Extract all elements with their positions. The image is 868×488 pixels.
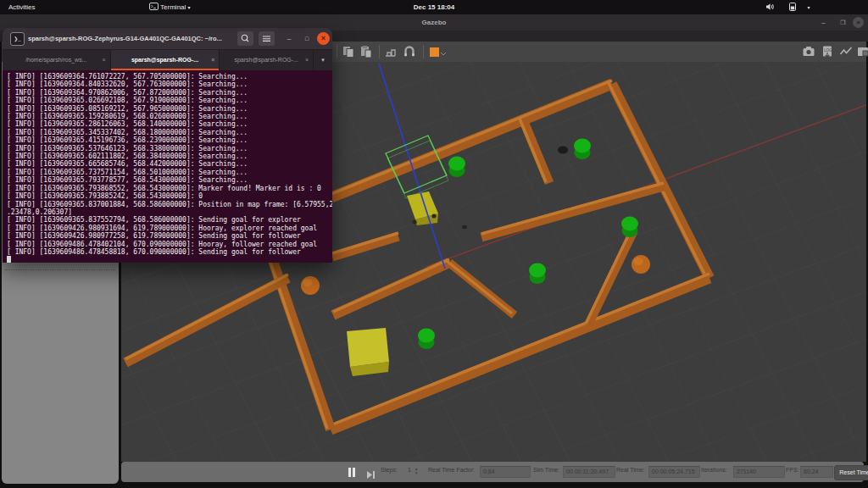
yellow-box[interactable]	[347, 328, 389, 367]
terminal-log-line: [ INFO] [1639609365.026692108, 567.91900…	[7, 97, 332, 104]
fps-label: FPS:	[786, 467, 799, 473]
copy-icon[interactable]	[342, 45, 355, 58]
iterations-value: 271140	[733, 466, 785, 478]
pause-button[interactable]	[348, 468, 356, 477]
sphere-highlight	[303, 279, 313, 286]
terminal-maximize-button[interactable]: □	[301, 32, 313, 45]
gazebo-minimize-button[interactable]: –	[818, 17, 829, 28]
terminal-title: sparsh@sparsh-ROG-Zephyrus-G14-GA401QC-G…	[28, 28, 222, 49]
clock[interactable]: Dec 15 18:04	[0, 0, 868, 14]
terminal-log-line: [ INFO] [1639609365.085169212, 567.96500…	[7, 105, 332, 113]
sim-time-value: 00 00:11:20.497	[563, 466, 615, 478]
terminal-tab-1[interactable]: /home/sparsh/ros_ws... ×	[3, 50, 111, 70]
terminal-log-line: [ INFO] [1639609365.837552794, 568.58600…	[7, 216, 332, 224]
robot[interactable]	[558, 147, 568, 154]
terminal-log-line: [ INFO] [1639609364.761072227, 567.70500…	[7, 73, 332, 80]
terminal-close-button[interactable]: ×	[317, 32, 330, 45]
screen: Activities Terminal ▾ Dec 15 18:04 ▾ Gaz…	[0, 0, 868, 488]
terminal-output[interactable]: [ INFO] [1639609364.761072227, 567.70500…	[3, 70, 332, 263]
terminal-log-line: [ INFO] [1639609486.478458818, 670.09000…	[7, 248, 332, 256]
green-cylinder-top	[529, 263, 546, 278]
reset-time-button[interactable]: Reset Time	[834, 465, 868, 480]
tab-close-icon[interactable]: ×	[103, 50, 106, 70]
steps-label: Steps:	[381, 467, 398, 473]
align-icon[interactable]	[384, 45, 398, 58]
terminal-log-line: [ INFO] [1639609365.602111802, 568.38400…	[7, 152, 332, 160]
terminal-log-line: [ INFO] [1639609364.970862006, 567.87200…	[7, 89, 332, 97]
terminal-log-line: [ INFO] [1639609365.793885242, 568.54300…	[7, 192, 332, 200]
terminal-log-line: [ INFO] [1639609486.478402104, 670.09000…	[7, 241, 332, 248]
box-wheel	[431, 214, 436, 218]
toolbar-separator	[337, 45, 337, 58]
box-wheel	[412, 219, 416, 224]
battery-icon	[787, 3, 798, 11]
gazebo-maximize-button[interactable]: ❐	[837, 17, 849, 28]
green-cylinder-top	[621, 217, 638, 231]
rtf-label: Real Time Factor:	[428, 467, 475, 473]
steps-spinner[interactable]: ▴▾	[415, 467, 418, 475]
tab-label: sparsh@sparsh-ROG-...	[234, 57, 298, 63]
terminal-tab-3[interactable]: sparsh@sparsh-ROG-... ×	[220, 50, 314, 70]
sim-time-label: Sim Time:	[533, 467, 559, 473]
terminal-log-line: [ INFO] [1639609365.737571154, 568.50100…	[7, 169, 332, 176]
terminal-log-line: [ INFO] [1639609365.537646123, 568.33800…	[7, 145, 332, 152]
log-record-icon[interactable]: LOG	[821, 45, 834, 58]
iterations-label: Iterations:	[701, 467, 727, 473]
terminal-tab-bar: /home/sparsh/ros_ws... × sparsh@sparsh-R…	[3, 50, 332, 70]
panel-splitter-handle[interactable]	[5, 269, 115, 270]
rtf-value: 0.84	[480, 466, 531, 478]
terminal-cursor	[7, 256, 11, 263]
ubuntu-top-bar: Activities Terminal ▾ Dec 15 18:04 ▾	[0, 0, 868, 14]
green-cylinder-top	[574, 139, 591, 153]
toolbar-separator	[379, 45, 380, 58]
terminal-log-line: [ INFO] [1639609365.286126063, 568.14000…	[7, 120, 332, 128]
terminal-log-line: [ INFO] [1639609426.980931694, 619.78900…	[7, 225, 332, 232]
terminal-log-line: [ INFO] [1639609365.837001884, 568.58600…	[7, 201, 332, 208]
terminal-log-line: [ INFO] [1639609365.345337402, 568.18000…	[7, 129, 332, 136]
insert-box-caret-icon[interactable]	[440, 45, 447, 58]
green-cylinder-top	[448, 157, 465, 171]
terminal-log-line: [ INFO] [1639609365.159280619, 568.02600…	[7, 113, 332, 120]
gazebo-sim-bar: Steps: 1 ▴▾ Real Time Factor: 0.84 Sim T…	[121, 462, 864, 482]
system-menu-caret: ▾	[807, 5, 810, 10]
tab-list-caret[interactable]: ▾	[314, 50, 332, 70]
sphere-highlight	[634, 258, 643, 265]
tab-label: sparsh@sparsh-ROG-...	[131, 57, 198, 63]
terminal-window[interactable]: ❯_ sparsh@sparsh-ROG-Zephyrus-G14-GA401Q…	[3, 28, 332, 263]
terminal-tab-2-active[interactable]: sparsh@sparsh-ROG-... ×	[111, 50, 220, 70]
robot[interactable]	[462, 225, 467, 229]
real-time-value: 00 00:05:24.715	[648, 466, 700, 478]
gazebo-close-button[interactable]: ×	[853, 17, 864, 28]
terminal-log-line: [ INFO] [1639609364.840332620, 567.76300…	[7, 80, 332, 88]
volume-icon	[765, 3, 775, 11]
terminal-log-line: [ INFO] [1639609365.793778577, 568.54300…	[7, 176, 332, 184]
steps-value[interactable]: 1	[408, 467, 411, 473]
toolbar-separator	[423, 45, 424, 58]
terminal-log-line: [ INFO] [1639609365.665685746, 568.44200…	[7, 160, 332, 168]
fps-value: 60.24	[800, 466, 833, 478]
tab-close-icon[interactable]: ×	[211, 50, 214, 70]
paste-icon[interactable]	[359, 45, 373, 58]
tab-close-icon[interactable]: ×	[305, 50, 309, 70]
viewports-icon[interactable]	[856, 45, 868, 58]
plot-icon[interactable]	[839, 45, 853, 58]
terminal-log-line: .23478,0.206307]	[7, 208, 332, 216]
terminal-titlebar[interactable]: ❯_ sparsh@sparsh-ROG-Zephyrus-G14-GA401Q…	[3, 28, 332, 50]
terminal-minimize-button[interactable]: –	[283, 32, 295, 45]
terminal-window-icon: ❯_	[10, 32, 25, 46]
terminal-log-line: [ INFO] [1639609365.415196736, 568.23900…	[7, 136, 332, 144]
terminal-search-button[interactable]	[237, 31, 253, 46]
real-time-label: Real Time:	[616, 467, 644, 473]
terminal-log-line: [ INFO] [1639609426.980977258, 619.78900…	[7, 232, 332, 240]
svg-text:LOG: LOG	[824, 48, 832, 53]
system-indicators[interactable]: ▾	[765, 0, 810, 14]
terminal-log-line: [ INFO] [1639609365.793868552, 568.54300…	[7, 185, 332, 192]
terminal-menu-button[interactable]	[259, 31, 275, 46]
snap-magnet-icon[interactable]	[403, 45, 416, 58]
step-button[interactable]	[366, 468, 376, 483]
green-cylinder-top	[418, 329, 435, 343]
screenshot-icon[interactable]	[802, 45, 815, 58]
tab-label: /home/sparsh/ros_ws...	[25, 57, 86, 63]
